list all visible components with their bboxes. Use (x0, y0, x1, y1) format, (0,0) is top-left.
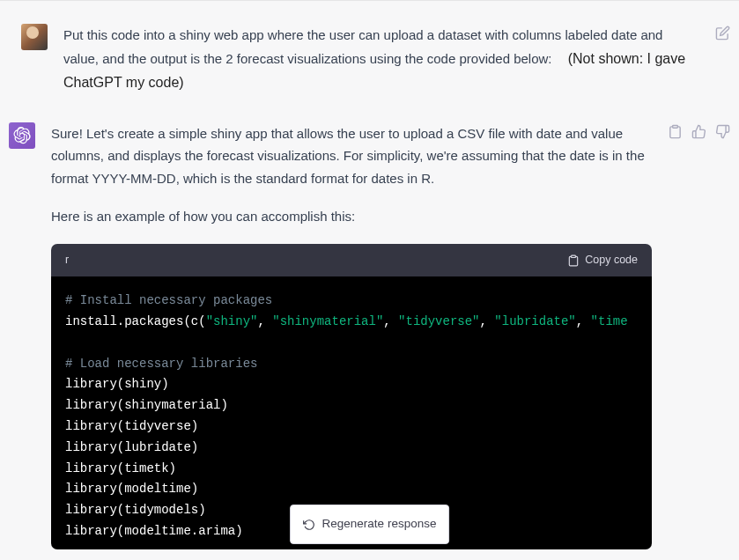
code-text: library(shinymaterial) (65, 398, 228, 412)
code-text: , (480, 314, 495, 328)
code-comment: # Install necessary packages (65, 293, 272, 307)
code-text: library(lubridate) (65, 440, 198, 454)
code-header: r Copy code (51, 244, 652, 276)
code-language-label: r (65, 251, 69, 269)
copy-code-label: Copy code (585, 251, 638, 269)
clipboard-icon (567, 254, 580, 267)
thumbs-up-icon[interactable] (691, 124, 706, 139)
code-text: ( (198, 314, 205, 328)
regenerate-container: Regenerate response (290, 505, 450, 544)
assistant-paragraph-2: Here is an example of how you can accomp… (51, 205, 652, 228)
code-string: "shiny" (206, 314, 258, 328)
user-avatar (21, 24, 48, 50)
thumbs-down-icon[interactable] (715, 124, 730, 139)
clipboard-icon[interactable] (668, 124, 683, 139)
code-string: "shinymaterial" (272, 314, 383, 328)
code-text: library(tidymodels) (65, 503, 206, 517)
refresh-icon (303, 519, 315, 531)
code-text: , (383, 314, 398, 328)
regenerate-label: Regenerate response (322, 514, 437, 534)
code-text: install.packages( (65, 314, 191, 328)
code-string: "time (591, 314, 628, 328)
code-string: "lubridate" (494, 314, 575, 328)
code-text: library(shiny) (65, 377, 169, 391)
code-text: c (191, 314, 198, 328)
regenerate-button[interactable]: Regenerate response (290, 505, 450, 544)
assistant-avatar (9, 122, 35, 149)
svg-rect-0 (572, 255, 576, 257)
user-message-actions (715, 24, 730, 94)
user-message-body: Put this code into a shiny web app where… (63, 24, 699, 94)
assistant-message-actions (668, 122, 730, 549)
user-message-text: Put this code into a shiny web app where… (63, 24, 699, 94)
code-text: , (576, 314, 591, 328)
code-comment: # Load necessary libraries (65, 357, 257, 371)
assistant-message-body: Sure! Let's create a simple shiny app th… (51, 122, 652, 549)
svg-rect-1 (673, 125, 678, 128)
code-text: library(tidyverse) (65, 419, 198, 433)
code-text: library(timetk) (65, 461, 176, 475)
code-block: r Copy code # Install necessary packages… (51, 244, 652, 549)
copy-code-button[interactable]: Copy code (567, 251, 638, 269)
assistant-message: Sure! Let's create a simple shiny app th… (0, 110, 739, 549)
user-message: Put this code into a shiny web app where… (0, 13, 739, 110)
top-divider (0, 0, 739, 1)
code-text: library(modeltime.arima) (65, 524, 243, 538)
code-text: library(modeltime) (65, 482, 198, 496)
code-string: "tidyverse" (398, 314, 479, 328)
assistant-paragraph-1: Sure! Let's create a simple shiny app th… (51, 122, 652, 190)
edit-icon[interactable] (715, 26, 730, 41)
code-text: , (257, 314, 272, 328)
